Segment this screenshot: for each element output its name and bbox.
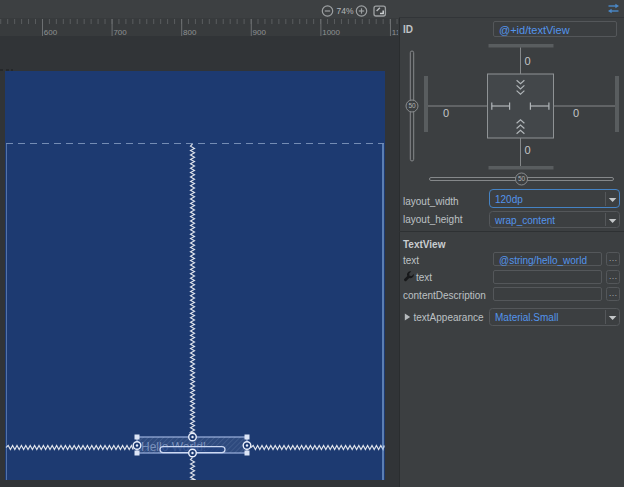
svg-text:50: 50 xyxy=(408,102,416,109)
svg-text:50: 50 xyxy=(518,175,526,182)
svg-text:74%: 74% xyxy=(336,6,353,16)
svg-text:0: 0 xyxy=(525,144,531,156)
svg-text:0: 0 xyxy=(573,107,579,119)
svg-text:0: 0 xyxy=(525,55,531,67)
svg-text:0: 0 xyxy=(443,107,449,119)
